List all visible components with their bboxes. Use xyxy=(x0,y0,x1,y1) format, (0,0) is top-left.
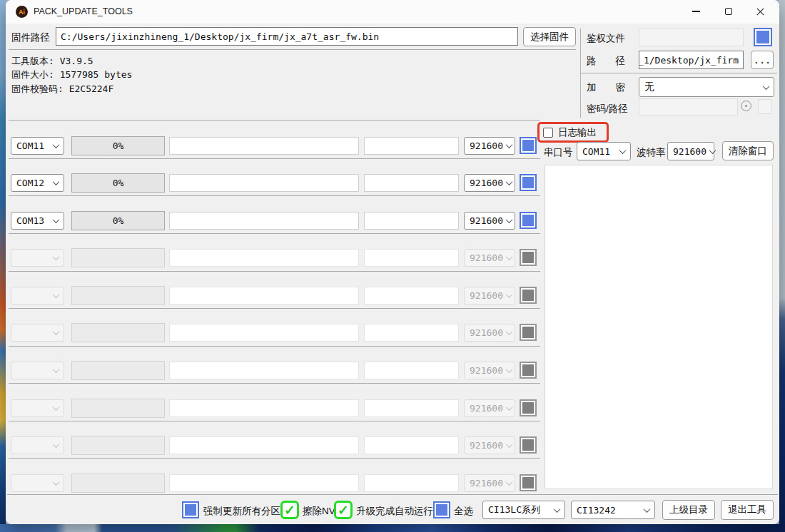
chevron-down-icon xyxy=(53,291,60,298)
firmware-path-value: C:/Users/jixinzhineng_1/Desktop/jx_firm/… xyxy=(61,31,379,42)
port-row: COM13 0% 921600 xyxy=(6,211,548,230)
com-port-select[interactable] xyxy=(11,324,64,342)
com-port-select[interactable] xyxy=(11,249,64,267)
select-all-checkbox[interactable] xyxy=(433,501,450,518)
status-field[interactable] xyxy=(169,474,359,492)
row-separator xyxy=(9,421,540,421)
com-port-select[interactable] xyxy=(11,399,64,417)
titlebar[interactable]: Ai PACK_UPDATE_TOOLS xyxy=(6,0,779,24)
log-output-area[interactable] xyxy=(545,165,773,489)
port-row: 921600 xyxy=(6,399,548,418)
info-field[interactable] xyxy=(364,137,459,155)
separator xyxy=(7,494,778,495)
row-checkbox[interactable] xyxy=(520,174,537,191)
status-field[interactable] xyxy=(169,174,359,192)
row-baud-value: 921600 xyxy=(470,215,503,226)
encrypt-select[interactable]: 无 xyxy=(639,77,774,97)
status-field[interactable] xyxy=(169,287,359,305)
chevron-down-icon xyxy=(53,178,60,185)
exit-tool-button[interactable]: 退出工具 xyxy=(721,500,774,520)
progress-label: 0% xyxy=(113,178,124,188)
com-port-select[interactable] xyxy=(11,474,64,492)
row-baud-select[interactable]: 921600 xyxy=(464,362,515,379)
firmware-path-input[interactable]: C:/Users/jixinzhineng_1/Desktop/jx_firm/… xyxy=(56,27,518,46)
auth-path-input[interactable]: .neng_1/Desktop/jx_firm xyxy=(639,51,744,69)
com-port-select[interactable]: COM13 xyxy=(11,212,64,230)
row-checkbox[interactable] xyxy=(520,362,537,379)
progress-bar: 0% xyxy=(71,173,165,193)
app-icon: Ai xyxy=(16,6,28,18)
row-separator xyxy=(9,308,540,309)
row-baud-select[interactable]: 921600 xyxy=(464,324,515,342)
row-baud-select[interactable]: 921600 xyxy=(464,399,515,417)
password-extra-button[interactable] xyxy=(758,99,771,114)
row-baud-select[interactable]: 921600 xyxy=(464,212,515,230)
browse-button[interactable]: ... xyxy=(751,51,774,69)
info-field[interactable] xyxy=(364,249,459,267)
com-port-select[interactable]: COM12 xyxy=(11,174,64,192)
com-port-select[interactable] xyxy=(11,436,64,454)
info-field[interactable] xyxy=(364,399,459,417)
info-field[interactable] xyxy=(364,362,459,379)
status-field[interactable] xyxy=(169,362,359,379)
password-path-input[interactable] xyxy=(639,98,738,116)
taskbar-strip xyxy=(0,524,785,532)
serial-port-value: COM11 xyxy=(582,146,610,157)
row-baud-value: 921600 xyxy=(470,403,503,414)
com-port-value: COM12 xyxy=(16,178,44,188)
encrypt-select-value: 无 xyxy=(644,81,654,93)
maximize-button[interactable] xyxy=(712,1,744,22)
info-field[interactable] xyxy=(364,212,459,230)
row-checkbox[interactable] xyxy=(520,249,537,266)
row-checkbox[interactable] xyxy=(520,137,537,154)
select-firmware-button[interactable]: 选择固件 xyxy=(523,27,576,46)
info-field[interactable] xyxy=(364,324,459,342)
row-checkbox[interactable] xyxy=(520,399,537,416)
row-separator xyxy=(9,346,540,347)
force-update-checkbox[interactable] xyxy=(182,501,199,518)
row-baud-select[interactable]: 921600 xyxy=(464,474,515,492)
row-baud-select[interactable]: 921600 xyxy=(464,174,515,192)
row-baud-select[interactable]: 921600 xyxy=(464,436,515,454)
info-field[interactable] xyxy=(364,474,459,492)
clear-window-button[interactable]: 清除窗口 xyxy=(722,141,774,160)
baud-rate-select[interactable]: 921600 xyxy=(667,142,714,160)
row-checkbox[interactable] xyxy=(520,287,537,304)
progress-bar xyxy=(71,323,165,342)
com-port-select[interactable] xyxy=(11,287,64,305)
info-field[interactable] xyxy=(364,174,459,192)
row-checkbox[interactable] xyxy=(520,324,537,341)
auth-file-checkbox[interactable] xyxy=(754,28,772,46)
row-checkbox[interactable] xyxy=(520,474,537,491)
com-port-select[interactable] xyxy=(11,362,64,379)
model-select[interactable]: CI13242 xyxy=(571,501,655,519)
row-checkbox[interactable] xyxy=(520,436,537,454)
status-field[interactable] xyxy=(169,399,359,417)
row-baud-value: 921600 xyxy=(470,178,503,188)
auth-file-input[interactable] xyxy=(639,29,744,46)
serial-port-select[interactable]: COM11 xyxy=(577,142,631,160)
row-baud-select[interactable]: 921600 xyxy=(464,137,515,155)
series-select[interactable]: CI13LC系列 xyxy=(482,501,565,519)
row-baud-value: 921600 xyxy=(470,327,503,338)
status-field[interactable] xyxy=(169,137,359,155)
reveal-password-icon[interactable] xyxy=(741,101,751,111)
chevron-down-icon xyxy=(53,366,60,373)
row-baud-value: 921600 xyxy=(470,290,503,301)
parent-directory-button[interactable]: 上级目录 xyxy=(662,500,715,520)
info-field[interactable] xyxy=(364,287,459,305)
status-field[interactable] xyxy=(169,324,359,342)
row-separator xyxy=(9,233,540,234)
auto-run-checkbox[interactable]: ✓ xyxy=(334,501,353,519)
info-field[interactable] xyxy=(364,436,459,454)
row-checkbox[interactable] xyxy=(520,212,537,229)
erase-nv-checkbox[interactable]: ✓ xyxy=(280,501,299,519)
status-field[interactable] xyxy=(169,436,359,454)
status-field[interactable] xyxy=(169,249,359,267)
row-baud-select[interactable]: 921600 xyxy=(464,287,515,305)
status-field[interactable] xyxy=(169,212,359,230)
row-baud-select[interactable]: 921600 xyxy=(464,249,515,267)
close-button[interactable] xyxy=(744,1,776,22)
com-port-select[interactable]: COM11 xyxy=(11,137,64,155)
minimize-button[interactable] xyxy=(680,1,712,22)
